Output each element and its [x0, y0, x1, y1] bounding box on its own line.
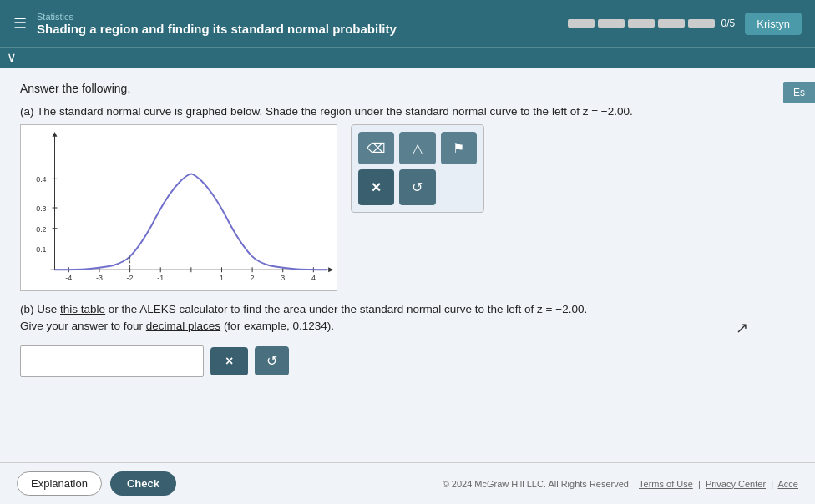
graph-svg: 0.1 0.2 0.3 0.4 -4 -3 -2 -1	[21, 125, 337, 290]
graph-container[interactable]: 0.1 0.2 0.3 0.4 -4 -3 -2 -1	[20, 124, 337, 291]
part-a-content: 0.1 0.2 0.3 0.4 -4 -3 -2 -1	[20, 124, 795, 291]
input-row: × ↺	[20, 345, 795, 377]
svg-text:0.2: 0.2	[36, 225, 46, 234]
flag-button[interactable]: ⚑	[441, 132, 477, 164]
terms-link[interactable]: Terms of Use	[639, 479, 693, 489]
svg-text:-1: -1	[157, 274, 164, 282]
svg-text:2: 2	[251, 274, 255, 282]
progress-seg-2	[598, 19, 625, 28]
eraser-button[interactable]: ⌫	[358, 132, 394, 164]
progress-seg-3	[628, 19, 655, 28]
answer-label: Answer the following.	[20, 82, 795, 95]
user-button[interactable]: Kristyn	[745, 13, 802, 35]
part-a-instruction: (a) The standard normal curve is graphed…	[20, 105, 795, 118]
input-undo-button[interactable]: ↺	[255, 346, 289, 375]
svg-text:3: 3	[281, 274, 285, 282]
progress-label: 0/5	[721, 18, 736, 29]
svg-rect-0	[22, 125, 336, 290]
progress-bar: 0/5	[568, 18, 736, 29]
privacy-link[interactable]: Privacy Center	[706, 479, 766, 489]
part-b-end: (for example, 0.1234).	[220, 320, 334, 332]
input-clear-button[interactable]: ×	[210, 347, 248, 375]
part-b: (b) Use this table or the ALEKS calculat…	[20, 301, 795, 335]
svg-text:0.1: 0.1	[36, 245, 46, 254]
copyright-text: © 2024 McGraw Hill LLC. All Rights Reser…	[443, 479, 631, 489]
svg-text:-3: -3	[96, 274, 103, 282]
triangle-button[interactable]: △	[399, 132, 435, 164]
footer-copyright: © 2024 McGraw Hill LLC. All Rights Reser…	[443, 479, 798, 489]
check-button[interactable]: Check	[110, 471, 176, 496]
menu-icon[interactable]: ☰	[13, 14, 27, 33]
svg-text:4: 4	[311, 274, 316, 282]
page-title: Shading a region and finding its standar…	[37, 22, 397, 36]
decimal-link[interactable]: decimal places	[146, 320, 220, 332]
collapse-arrow[interactable]: ∨	[7, 50, 17, 64]
breadcrumb: Statistics	[37, 12, 397, 22]
acce-link[interactable]: Acce	[778, 479, 798, 489]
svg-text:0.4: 0.4	[36, 175, 46, 184]
es-button[interactable]: Es	[783, 82, 815, 103]
part-b-mid: or the ALEKS calculator to find the area…	[105, 303, 587, 315]
progress-seg-1	[568, 19, 595, 28]
part-b-line2: Give your answer to four	[20, 320, 146, 332]
header: ☰ Statistics Shading a region and findin…	[0, 0, 815, 47]
eraser-icon: ⌫	[367, 140, 386, 156]
answer-input[interactable]	[20, 345, 204, 377]
svg-text:0.3: 0.3	[36, 204, 46, 213]
svg-text:-4: -4	[65, 274, 72, 282]
sub-header: ∨	[0, 47, 815, 68]
progress-seg-5	[688, 19, 715, 28]
header-right: 0/5 Kristyn	[568, 13, 802, 35]
flag-icon: ⚑	[453, 140, 464, 156]
header-title-group: Statistics Shading a region and finding …	[37, 12, 397, 36]
undo-button[interactable]: ↺	[399, 169, 435, 205]
part-b-prefix: (b) Use	[20, 303, 60, 315]
tool-panel: ⌫ △ ⚑ × ↺	[351, 124, 484, 213]
explanation-button[interactable]: Explanation	[17, 471, 102, 496]
progress-seg-4	[658, 19, 685, 28]
svg-text:1: 1	[220, 274, 224, 282]
clear-x-button[interactable]: ×	[358, 169, 394, 205]
footer-left: Explanation Check	[17, 471, 176, 496]
triangle-icon: △	[413, 140, 423, 156]
footer: Explanation Check © 2024 McGraw Hill LLC…	[0, 462, 815, 504]
table-link[interactable]: this table	[60, 303, 105, 315]
main-content: Answer the following. Es (a) The standar…	[0, 68, 815, 504]
svg-text:-2: -2	[127, 274, 134, 282]
